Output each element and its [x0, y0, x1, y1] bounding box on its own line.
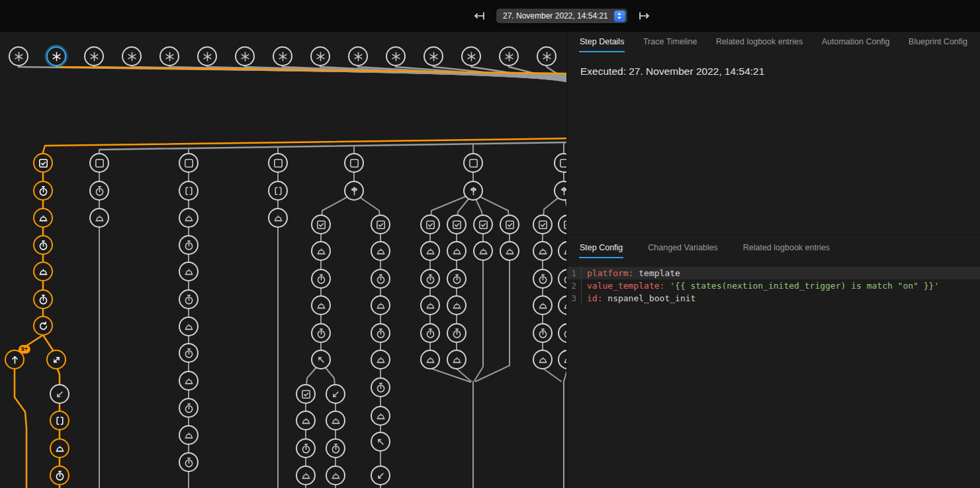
trace-node-square[interactable] — [268, 153, 288, 173]
trace-node-check-square[interactable] — [500, 215, 519, 234]
trace-node-check-square[interactable] — [533, 215, 553, 234]
trace-node-asterisk[interactable] — [197, 46, 217, 66]
trace-node-service[interactable] — [179, 425, 199, 445]
trace-node-asterisk[interactable] — [9, 46, 28, 66]
trace-node-brackets[interactable] — [50, 411, 69, 430]
trace-node-asterisk[interactable] — [499, 46, 519, 66]
trace-node-service[interactable] — [326, 465, 345, 485]
trace-node-service[interactable] — [33, 262, 53, 281]
trace-node-service[interactable] — [420, 241, 440, 261]
trace-node-arrow-dl[interactable] — [326, 384, 345, 404]
trace-node-timer[interactable] — [326, 438, 345, 458]
trace-node-split[interactable] — [463, 181, 483, 201]
trace-node-timer[interactable] — [179, 235, 199, 255]
trace-node-asterisk[interactable] — [386, 46, 406, 66]
trace-node-timer[interactable] — [311, 323, 331, 343]
trace-node-asterisk[interactable] — [273, 46, 292, 66]
trace-node-service[interactable] — [33, 208, 53, 228]
subtab-related-logbook-entries[interactable]: Related logbook entries — [742, 238, 830, 258]
trace-node-brackets[interactable] — [179, 181, 199, 201]
trace-node-service[interactable] — [371, 350, 390, 369]
trace-node-arrow-up[interactable]: 9+ — [5, 350, 24, 369]
trace-node-service[interactable] — [50, 438, 69, 458]
trace-node-service[interactable] — [179, 208, 199, 228]
trace-node-asterisk[interactable] — [423, 46, 443, 66]
tab-blueprint-config[interactable]: Blueprint Config — [908, 32, 968, 52]
trace-node-asterisk[interactable] — [122, 46, 142, 66]
trace-node-service[interactable] — [420, 295, 440, 315]
trace-node-service[interactable] — [447, 295, 467, 315]
trace-node-service[interactable] — [533, 350, 553, 369]
trace-node-check-square[interactable] — [447, 215, 467, 234]
trace-node-split[interactable] — [344, 181, 364, 201]
trace-node-timer[interactable] — [447, 269, 467, 289]
trace-node-square[interactable] — [463, 153, 483, 173]
trace-node-arrow-ul[interactable] — [311, 350, 331, 369]
trace-node-asterisk[interactable] — [461, 46, 481, 66]
trace-node-service[interactable] — [311, 241, 331, 261]
run-select[interactable]: 27. November 2022, 14:54:21 — [496, 9, 627, 23]
tab-related-logbook-entries[interactable]: Related logbook entries — [715, 32, 803, 52]
trace-node-timer[interactable] — [420, 269, 440, 289]
trace-node-square[interactable] — [89, 153, 109, 173]
trace-node-asterisk[interactable] — [235, 46, 255, 66]
next-run-button[interactable] — [637, 8, 652, 24]
trace-node-timer[interactable] — [311, 269, 331, 289]
trace-node-timer[interactable] — [89, 181, 109, 201]
trace-node-service[interactable] — [326, 411, 345, 430]
trace-node-timer[interactable] — [33, 289, 53, 309]
trace-node-asterisk[interactable] — [310, 46, 330, 66]
trace-node-service[interactable] — [371, 295, 390, 315]
trace-node-asterisk[interactable] — [537, 46, 557, 66]
trace-node-arrow-ul[interactable] — [371, 432, 390, 452]
trace-node-arrows-diag[interactable] — [46, 350, 66, 369]
trace-node-check-square[interactable] — [473, 215, 493, 234]
trace-node-arrow-dl[interactable] — [50, 384, 69, 404]
trace-node-timer[interactable] — [420, 323, 440, 343]
trace-node-timer[interactable] — [371, 323, 390, 343]
tab-step-details[interactable]: Step Details — [579, 32, 625, 52]
trace-node-service[interactable] — [371, 241, 390, 261]
trace-node-asterisk[interactable] — [84, 46, 104, 66]
trace-node-service[interactable] — [268, 208, 288, 228]
trace-node-timer[interactable] — [33, 235, 53, 255]
trace-node-service[interactable] — [296, 465, 316, 485]
trace-node-timer[interactable] — [179, 343, 199, 363]
trace-node-timer[interactable] — [533, 323, 553, 343]
trace-node-square[interactable] — [179, 153, 199, 173]
trace-node-service[interactable] — [533, 295, 553, 315]
trace-node-service[interactable] — [296, 411, 316, 430]
tab-trace-timeline[interactable]: Trace Timeline — [643, 32, 698, 52]
trace-node-timer[interactable] — [179, 452, 199, 472]
trace-node-square[interactable] — [344, 153, 364, 173]
trace-node-service[interactable] — [371, 406, 390, 426]
trace-node-service[interactable] — [473, 241, 493, 261]
trace-node-check-square[interactable] — [296, 384, 316, 404]
trace-node-timer[interactable] — [371, 269, 390, 289]
trace-node-check-square[interactable] — [420, 215, 440, 234]
trace-node-check-square[interactable] — [311, 215, 331, 234]
trace-node-asterisk[interactable] — [348, 46, 368, 66]
tab-automation-config[interactable]: Automation Config — [821, 32, 891, 52]
trace-node-asterisk[interactable] — [46, 46, 66, 66]
trace-node-timer[interactable] — [296, 438, 316, 458]
trace-node-timer[interactable] — [371, 377, 390, 397]
trace-node-timer[interactable] — [447, 323, 467, 343]
trace-node-asterisk[interactable] — [159, 46, 179, 66]
trace-node-service[interactable] — [179, 262, 199, 281]
subtab-changed-variables[interactable]: Changed Variables — [647, 238, 718, 258]
trace-node-service[interactable] — [420, 350, 440, 369]
trace-node-service[interactable] — [311, 295, 331, 315]
trace-node-timer[interactable] — [33, 181, 53, 201]
trace-node-service[interactable] — [500, 241, 519, 261]
trace-node-timer[interactable] — [533, 269, 553, 289]
trace-node-service[interactable] — [179, 317, 199, 336]
trace-node-arrow-dl[interactable] — [371, 465, 390, 485]
previous-run-button[interactable] — [471, 8, 487, 24]
trace-node-timer[interactable] — [179, 398, 199, 418]
trace-node-service[interactable] — [89, 208, 109, 228]
trace-node-service[interactable] — [447, 350, 467, 369]
trace-node-service[interactable] — [179, 371, 199, 391]
trace-node-timer[interactable] — [50, 465, 69, 485]
trace-node-check-square[interactable] — [33, 153, 53, 173]
